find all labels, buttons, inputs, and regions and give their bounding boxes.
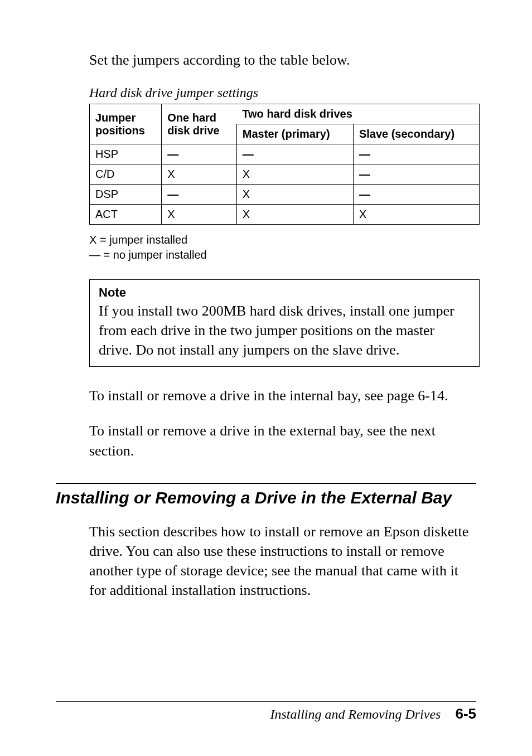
col1-line2: positions xyxy=(95,124,145,137)
cell-master: X xyxy=(236,164,353,185)
paragraph-external-bay: To install or remove a drive in the exte… xyxy=(89,421,476,460)
col2-line1: One hard xyxy=(167,112,216,124)
cell-slave: — xyxy=(353,185,479,205)
cell-pos: ACT xyxy=(90,205,162,225)
cell-one: X xyxy=(162,205,237,225)
jumper-table: Jumper positions One hard disk drive Two… xyxy=(89,104,480,225)
cell-one: — xyxy=(162,144,237,164)
note-body: If you install two 200MB hard disk drive… xyxy=(99,301,470,360)
col1-line1: Jumper xyxy=(95,112,136,124)
col-two-hdd-header: Two hard disk drives xyxy=(236,104,479,124)
legend-line-1: X = jumper installed xyxy=(89,234,187,246)
cell-master: X xyxy=(236,185,353,205)
col-one-hdd-header: One hard disk drive xyxy=(162,104,237,144)
col2-line2: disk drive xyxy=(167,124,219,137)
col-jumper-positions-header: Jumper positions xyxy=(90,104,162,144)
cell-master: X xyxy=(236,205,353,225)
cell-pos: C/D xyxy=(90,164,162,185)
table-header-row-1: Jumper positions One hard disk drive Two… xyxy=(90,104,480,124)
cell-pos: DSP xyxy=(90,185,162,205)
paragraph-internal-bay: To install or remove a drive in the inte… xyxy=(89,386,476,405)
section-body: This section describes how to install or… xyxy=(89,522,476,600)
footer-title: Installing and Removing Drives xyxy=(270,707,441,721)
col-slave-header: Slave (secondary) xyxy=(353,124,479,144)
table-caption: Hard disk drive jumper settings xyxy=(89,85,476,100)
footer-rule xyxy=(56,701,476,702)
cell-slave: X xyxy=(353,205,479,225)
table-row: HSP — — — xyxy=(90,144,480,164)
cell-master: — xyxy=(236,144,353,164)
col-master-header: Master (primary) xyxy=(236,124,353,144)
cell-one: — xyxy=(162,185,237,205)
cell-pos: HSP xyxy=(90,144,162,164)
cell-slave: — xyxy=(353,164,479,185)
cell-slave: — xyxy=(353,144,479,164)
table-legend: X = jumper installed — = no jumper insta… xyxy=(89,232,476,263)
legend-line-2: — = no jumper installed xyxy=(89,249,207,261)
note-title: Note xyxy=(99,285,470,300)
section-rule xyxy=(56,483,476,484)
page-footer: Installing and Removing Drives 6-5 xyxy=(56,701,476,723)
table-row: DSP — X — xyxy=(90,185,480,205)
footer-page-number: 6-5 xyxy=(455,705,476,722)
table-row: C/D X X — xyxy=(90,164,480,185)
intro-paragraph: Set the jumpers according to the table b… xyxy=(89,50,476,70)
section-heading: Installing or Removing a Drive in the Ex… xyxy=(56,488,476,507)
cell-one: X xyxy=(162,164,237,185)
table-row: ACT X X X xyxy=(90,205,480,225)
note-box: Note If you install two 200MB hard disk … xyxy=(89,279,480,367)
